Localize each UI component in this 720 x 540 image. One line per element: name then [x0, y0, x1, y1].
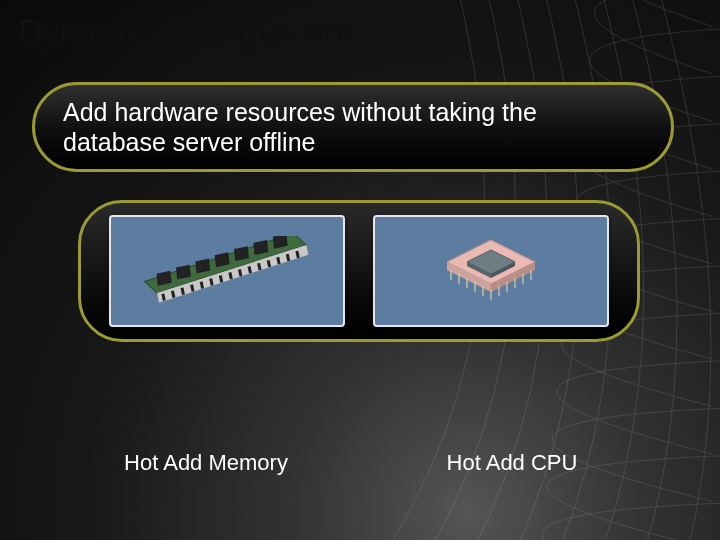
slide-title: Dynamic Configuration — [18, 12, 362, 51]
cards-container — [78, 200, 640, 342]
memory-card — [109, 215, 345, 327]
memory-label: Hot Add Memory — [88, 450, 324, 476]
intro-text: Add hardware resources without taking th… — [63, 97, 643, 157]
cpu-icon — [431, 226, 551, 316]
cpu-label: Hot Add CPU — [394, 450, 630, 476]
cpu-card — [373, 215, 609, 327]
ram-icon — [132, 236, 322, 306]
intro-callout: Add hardware resources without taking th… — [32, 82, 674, 172]
card-labels: Hot Add Memory Hot Add CPU — [78, 450, 640, 476]
